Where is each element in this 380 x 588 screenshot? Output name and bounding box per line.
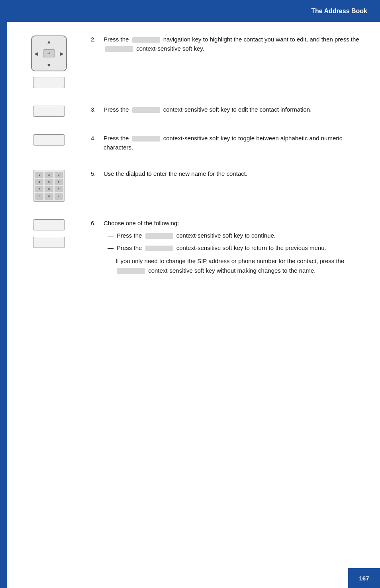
- dialpad-key-8: 8: [45, 186, 53, 192]
- left-accent: [0, 0, 7, 588]
- nav-arrow-left: ◀: [34, 51, 38, 57]
- step-2-text-pre: Press the: [104, 36, 131, 43]
- step-3-body: Press the context-sensitive soft key to …: [104, 105, 311, 114]
- bullet-dash-1: —: [108, 231, 114, 240]
- step-6-icon: [15, 218, 83, 248]
- step-6-note: If you only need to change the SIP addre…: [104, 256, 364, 275]
- step-5-text: Use the dialpad to enter the new name fo…: [104, 170, 247, 177]
- step-3-text-pre: Press the: [104, 106, 131, 113]
- nav-key-image: ▲ ▼ ◀ ▶ ↵: [31, 35, 67, 71]
- nav-arrow-down: ▼: [47, 62, 52, 68]
- step-6-number: 6.: [91, 218, 100, 228]
- step-5-text: 5. Use the dialpad to enter the new name…: [83, 168, 364, 178]
- step-3-text: 3. Press the context-sensitive soft key …: [83, 104, 364, 114]
- soft-key-image-4: [33, 134, 65, 146]
- dialpad-key-0: 0: [45, 193, 53, 199]
- dialpad-key-6: 6: [55, 179, 63, 185]
- step-2-text-end: context-sensitive soft key.: [135, 45, 204, 52]
- nav-center-button: ↵: [43, 49, 55, 57]
- step-2-inline-blank-1: [132, 37, 160, 43]
- step-6-bullet-2: — Press the context-sensitive soft key t…: [104, 243, 364, 252]
- dialpad-key-1: 1: [35, 172, 43, 178]
- step-4-text: 4. Press the context-sensitive soft key …: [83, 133, 364, 152]
- step-4-icon: [15, 133, 83, 146]
- step-6-inline-blank-2: [145, 246, 173, 251]
- dialpad-key-#: #: [55, 193, 63, 199]
- step-4-body: Press the context-sensitive soft key to …: [104, 134, 364, 152]
- dialpad-key-5: 5: [45, 179, 53, 185]
- header-bar: The Address Book: [0, 0, 380, 22]
- step-2-inline-blank-2: [105, 46, 133, 52]
- step-4-text-pre: Press the: [104, 135, 131, 142]
- page-number: 167: [359, 575, 369, 582]
- soft-key-image-2: [33, 77, 65, 88]
- step-5-number: 5.: [91, 169, 100, 178]
- step-6-icon-stack: [33, 219, 65, 248]
- step-6-inline-blank-3: [117, 268, 145, 274]
- step-6-body: Choose one of the following: — Press the…: [104, 218, 364, 275]
- step-6-row: 6. Choose one of the following: — Press …: [15, 218, 364, 275]
- footer: 167: [348, 568, 380, 588]
- step-6-bullet-2-text: Press the context-sensitive soft key to …: [117, 243, 326, 252]
- soft-key-image-6b: [33, 237, 65, 248]
- dialpad-key-*: *: [35, 193, 43, 199]
- step-2-number: 2.: [91, 35, 100, 44]
- main-content: ▲ ▼ ◀ ▶ ↵ 2. Press the navigation key to…: [7, 22, 380, 323]
- step-6-intro: Choose one of the following:: [104, 218, 364, 228]
- step-6-note-text: If you only need to change the SIP addre…: [116, 258, 344, 273]
- step-3-text-end: context-sensitive soft key to edit the c…: [162, 106, 312, 113]
- step-5-row: 123456789*0# 5. Use the dialpad to enter…: [15, 168, 364, 202]
- step-3-number: 3.: [91, 105, 100, 114]
- step-6-inline-blank-1: [145, 233, 173, 239]
- dialpad-key-7: 7: [35, 186, 43, 192]
- step-2-text-mid: navigation key to highlight the contact …: [162, 36, 359, 43]
- step-4-row: 4. Press the context-sensitive soft key …: [15, 133, 364, 152]
- step-2-row: ▲ ▼ ◀ ▶ ↵ 2. Press the navigation key to…: [15, 34, 364, 88]
- dialpad-key-4: 4: [35, 179, 43, 185]
- step-2-text: 2. Press the navigation key to highlight…: [83, 34, 364, 53]
- step-3-icon: [15, 104, 83, 117]
- step-3-row: 3. Press the context-sensitive soft key …: [15, 104, 364, 117]
- page-title: The Address Book: [311, 8, 367, 15]
- step-6-bullet-1: — Press the context-sensitive soft key t…: [104, 231, 364, 240]
- step-6-bullet-1-text: Press the context-sensitive soft key to …: [117, 231, 276, 240]
- bullet-dash-2: —: [108, 243, 114, 252]
- step-4-inline-blank: [132, 136, 160, 142]
- dialpad-image: 123456789*0#: [33, 170, 65, 202]
- step-2-body: Press the navigation key to highlight th…: [104, 35, 364, 53]
- nav-arrow-right: ▶: [60, 51, 64, 57]
- step-4-number: 4.: [91, 134, 100, 143]
- dialpad-key-3: 3: [55, 172, 63, 178]
- step-6-text: 6. Choose one of the following: — Press …: [83, 218, 364, 275]
- nav-arrow-up: ▲: [47, 39, 52, 45]
- dialpad-key-2: 2: [45, 172, 53, 178]
- soft-key-image-3: [33, 106, 65, 117]
- dialpad-key-9: 9: [55, 186, 63, 192]
- step-2-icon: ▲ ▼ ◀ ▶ ↵: [15, 34, 83, 88]
- step-5-body: Use the dialpad to enter the new name fo…: [104, 169, 247, 178]
- soft-key-image-6a: [33, 219, 65, 230]
- step-3-inline-blank: [132, 107, 160, 113]
- step-5-icon: 123456789*0#: [15, 168, 83, 202]
